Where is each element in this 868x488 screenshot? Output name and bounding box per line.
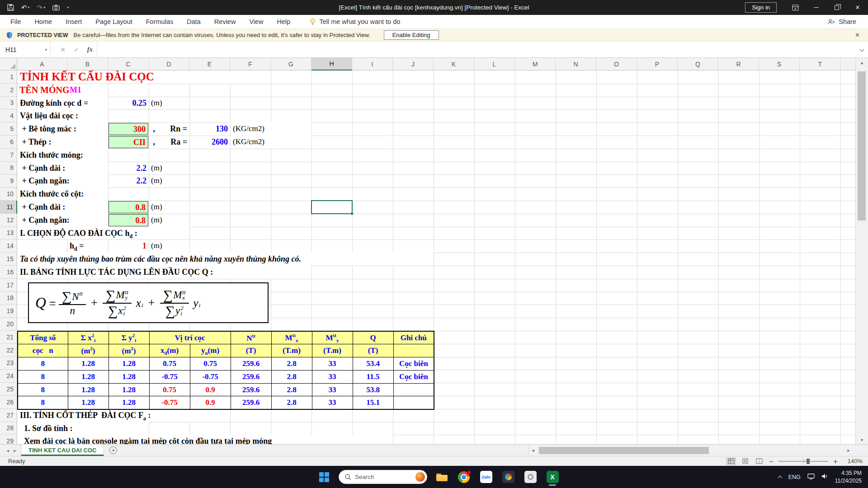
language-indicator[interactable]: ENG [788,474,801,480]
row-header-19[interactable]: 19 [0,305,17,318]
banner-close-icon[interactable]: ✕ [855,32,860,38]
table-cell[interactable]: 2.8 [271,357,312,371]
scroll-right-icon[interactable]: ▸ [844,445,853,456]
scroll-left-icon[interactable]: ◂ [529,445,537,456]
row-header-26[interactable]: 26 [0,396,17,409]
table-header-cell[interactable]: (T) [353,344,393,357]
row-header-16[interactable]: 16 [0,266,17,279]
cell-C6[interactable]: CII [108,136,148,148]
view-page-break-icon[interactable] [754,457,764,465]
clock[interactable]: 4:35 PM 11/24/2025 [835,469,862,484]
sheet-tab-active[interactable]: TINH KET CAU DAI COC [21,445,104,456]
col-header-M[interactable]: M [515,58,556,70]
table-cell[interactable]: 15.1 [353,396,393,409]
enable-editing-button[interactable]: Enable Editing [384,30,439,40]
cancel-icon[interactable]: ✕ [56,42,70,57]
row-header-10[interactable]: 10 [0,188,17,201]
table-cell[interactable]: 0.9 [190,383,231,396]
save-icon[interactable] [7,4,14,11]
col-header-G[interactable]: G [271,58,311,70]
taskbar-photos[interactable] [500,468,516,486]
table-cell[interactable] [393,383,434,396]
col-header-R[interactable]: R [718,58,759,70]
undo-icon[interactable]: ↶▾ [21,4,30,12]
row-header-23[interactable]: 23 [0,357,17,370]
table-header-cell[interactable] [393,344,434,357]
table-cell[interactable]: 33 [312,396,353,409]
table-cell[interactable]: 1.28 [68,383,108,396]
table-cell[interactable]: 8 [18,370,68,383]
table-cell[interactable] [393,396,434,409]
table-cell[interactable]: 259.6 [231,396,271,409]
zoom-slider-thumb[interactable] [807,459,810,464]
vertical-scrollbar-thumb[interactable] [858,71,866,221]
zoom-slider[interactable] [778,461,828,462]
col-header-T[interactable]: T [800,58,840,70]
start-button[interactable] [316,468,332,486]
table-cell[interactable]: -0.75 [149,396,190,409]
col-header-K[interactable]: K [434,58,474,70]
selected-cell[interactable] [311,200,353,214]
search-highlight-icon[interactable] [415,472,425,482]
zoom-in-icon[interactable]: + [832,458,839,465]
table-cell[interactable]: 1.28 [108,370,149,383]
table-cell[interactable]: 1.28 [108,357,149,371]
col-header-O[interactable]: O [596,58,637,70]
table-header-cell[interactable]: cọc n [18,344,68,357]
table-cell[interactable]: 0.75 [149,383,190,396]
table-header-cell[interactable]: Mtty [312,331,353,344]
table-header-cell[interactable]: Mttx [271,331,312,344]
pile-load-formula[interactable]: Q = ∑Ntt n+∑Mtty∑x2ix i+∑Mttx∑y2iy i [28,282,269,323]
row-header-4[interactable]: 4 [0,109,17,122]
table-cell[interactable]: 1.28 [108,396,149,409]
sign-in-button[interactable]: Sign in [745,2,777,13]
tab-insert[interactable]: Insert [59,15,89,28]
customize-quick-access-icon[interactable]: ▾ [67,5,69,9]
table-cell[interactable]: 2.8 [271,383,312,396]
restore-icon[interactable] [826,0,847,15]
zoom-out-icon[interactable]: − [768,458,774,465]
col-header-N[interactable]: N [556,58,596,70]
row-header-17[interactable]: 17 [0,279,17,292]
table-cell[interactable]: 53.4 [353,357,393,371]
col-header-F[interactable]: F [230,58,271,70]
table-cell[interactable]: 33 [312,370,353,383]
table-cell[interactable]: 8 [18,383,68,396]
cell-C5[interactable]: 300 [108,123,148,135]
table-cell[interactable]: 0.9 [190,396,231,409]
taskbar-app-generic[interactable] [523,468,538,486]
row-header-20[interactable]: 20 [0,318,17,331]
table-header-cell[interactable]: yn(m) [190,344,231,357]
row-header-18[interactable]: 18 [0,292,17,305]
table-header-cell[interactable]: Ntt [231,331,271,344]
view-page-layout-icon[interactable] [740,457,750,465]
table-cell[interactable]: 1.28 [108,383,149,396]
table-cell[interactable]: 53.8 [353,383,393,396]
taskbar-file-explorer[interactable] [434,468,449,486]
table-header-cell[interactable]: (T.m) [271,344,312,357]
col-header-I[interactable]: I [352,58,393,70]
taskbar-zalo[interactable]: Zalo [478,468,494,486]
row-header-24[interactable]: 24 [0,370,17,383]
search-input[interactable]: Search [339,470,427,484]
row-header-1[interactable]: 1 [0,70,17,84]
table-cell[interactable]: -0.75 [149,370,190,383]
table-cell[interactable]: 1.28 [68,396,108,409]
row-header-27[interactable]: 27 [0,409,17,422]
table-cell[interactable]: 8 [18,396,68,409]
view-normal-icon[interactable] [726,457,736,465]
select-all-button[interactable] [0,58,17,70]
row-header-9[interactable]: 9 [0,174,17,188]
table-cell[interactable]: 259.6 [231,357,271,371]
tab-view[interactable]: View [242,15,270,28]
col-header-Q[interactable]: Q [678,58,718,70]
horizontal-scrollbar[interactable]: ◂ ▸ [528,445,853,456]
table-cell[interactable]: 2.8 [271,370,312,383]
table-cell[interactable]: 1.28 [68,370,108,383]
minimize-icon[interactable] [806,0,826,15]
sheet-grid[interactable]: ABCDEFGHIJKLMNOPQRSTU1234567891011121314… [0,58,855,444]
col-header-D[interactable]: D [149,58,189,70]
tab-page-layout[interactable]: Page Layout [89,15,139,28]
table-cell[interactable]: Cọc biên [393,357,434,371]
table-cell[interactable]: 33 [312,357,353,371]
